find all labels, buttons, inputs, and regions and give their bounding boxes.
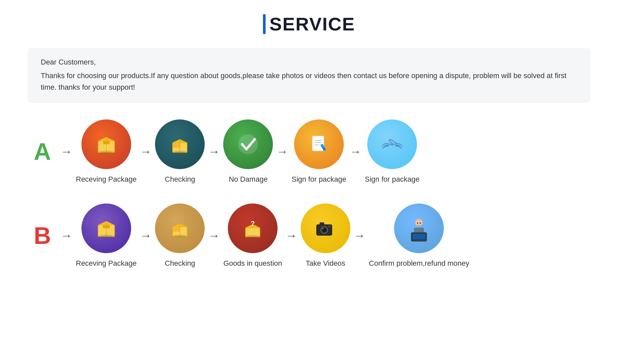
icon-confirm-refund: [394, 204, 444, 253]
flow-row-b: B → Receving Package →: [27, 204, 591, 268]
icon-no-damage: [223, 119, 273, 169]
label-confirm-refund: Confirm problem,refund money: [369, 259, 469, 268]
arrow-b0: →: [57, 229, 76, 243]
step-checking-b: Checking: [155, 204, 205, 268]
step-goods-question: ? Goods in question: [223, 204, 282, 268]
arrow-b1: →: [136, 229, 155, 243]
svg-point-4: [99, 151, 114, 153]
svg-point-10: [173, 151, 186, 153]
step-checking-a: Checking: [155, 119, 205, 184]
svg-point-33: [246, 235, 259, 238]
icon-checking-a: [155, 119, 205, 169]
label-checking-a: Checking: [165, 175, 195, 184]
page-title-container: SERVICE: [263, 13, 355, 35]
icon-checking-b: [155, 204, 205, 253]
label-take-videos: Take Videos: [306, 259, 345, 268]
step-no-damage: No Damage: [223, 119, 273, 184]
label-receiving-package-a: Receving Package: [76, 175, 136, 184]
page-title: SERVICE: [270, 13, 355, 35]
label-receiving-package-b: Receving Package: [76, 259, 136, 268]
svg-marker-24: [173, 223, 180, 227]
svg-marker-7: [180, 139, 187, 143]
notice-box: Dear Customers, Thanks for choosing our …: [27, 48, 591, 103]
arrow-a1: →: [136, 145, 155, 159]
notice-greeting: Dear Customers,: [41, 58, 577, 67]
icon-sign-package-b: [367, 119, 417, 169]
svg-point-40: [322, 228, 324, 229]
row-label-b: B: [27, 222, 57, 249]
step-confirm-refund: Confirm problem,refund money: [369, 204, 469, 268]
title-accent-bar: [263, 14, 266, 34]
icon-receiving-package-a: [81, 119, 131, 169]
svg-marker-26: [173, 227, 180, 232]
row-label-a: A: [27, 138, 57, 165]
step-take-videos: Take Videos: [301, 204, 350, 268]
label-goods-question: Goods in question: [223, 259, 282, 268]
svg-rect-38: [320, 222, 324, 225]
arrow-b4: →: [350, 229, 369, 243]
svg-point-28: [173, 235, 186, 237]
svg-point-46: [417, 222, 418, 224]
icon-take-videos: [301, 204, 350, 253]
label-sign-package-a: Sign for package: [291, 175, 346, 184]
label-sign-package-b: Sign for package: [365, 175, 420, 184]
arrow-a2: →: [205, 145, 223, 159]
icon-receiving-package-b: [81, 204, 131, 253]
label-checking-b: Checking: [165, 259, 195, 268]
svg-marker-6: [173, 139, 180, 143]
notice-body: Thanks for choosing our products.If any …: [41, 70, 577, 93]
svg-text:?: ?: [251, 220, 255, 227]
arrow-b3: →: [282, 229, 301, 243]
arrow-a3: →: [273, 145, 291, 159]
svg-marker-8: [173, 143, 180, 148]
flow-section: A → Receving Package →: [27, 119, 591, 268]
svg-rect-12: [312, 136, 324, 151]
step-sign-package-b: Sign for package: [365, 119, 420, 184]
step-sign-package-a: Sign for package: [291, 119, 346, 184]
icon-goods-question: ?: [228, 204, 278, 253]
step-receiving-package-b: Receving Package: [76, 204, 136, 268]
icon-sign-package-a: [294, 119, 344, 169]
flow-row-a: A → Receving Package →: [27, 119, 591, 184]
step-receiving-package-a: Receving Package: [76, 119, 136, 184]
arrow-a4: →: [346, 145, 365, 159]
svg-point-22: [99, 235, 114, 237]
svg-point-39: [328, 225, 331, 228]
arrow-a0: →: [57, 145, 76, 159]
svg-point-47: [420, 222, 421, 224]
svg-rect-45: [412, 234, 426, 240]
label-no-damage: No Damage: [229, 175, 268, 184]
svg-marker-25: [180, 223, 187, 227]
arrow-b2: →: [205, 229, 223, 243]
